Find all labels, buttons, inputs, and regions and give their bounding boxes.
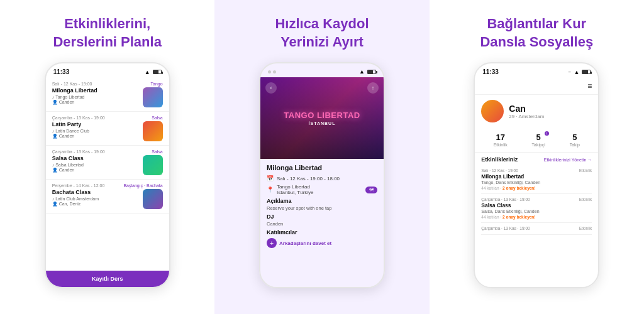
location-row: 📍 Tango Libertad İstanbul, Türkiye 🗺 (267, 184, 377, 195)
activity2-meta: Çarşamba · 13 Kas · 19:00 Etkinlik (481, 197, 592, 202)
avatar (481, 100, 504, 122)
phone2-status-icons: ▲ (359, 68, 376, 75)
phone2-dots (268, 70, 276, 73)
wifi-icon-2: ▲ (359, 68, 365, 75)
user-icon2: 👤 (52, 134, 58, 139)
phone3-status-icons: ··· ▲ (568, 69, 591, 75)
profile-header: ≡ (475, 78, 598, 95)
music-icon2: ♪ (52, 129, 55, 133)
phone-2: ▲ TANGO LIBERTAD İSTANBUL ‹ ↑ Milonga Li… (259, 62, 385, 288)
notification-badge: 1 (545, 131, 549, 136)
aciklama-label: Açıklama (267, 198, 377, 204)
event3-meta: Çarşamba - 13 Kas - 19:00 Salsa (52, 149, 163, 154)
stat-etkinlik: 17 Etkinlik (494, 133, 508, 147)
event-details: Milonga Libertad 📅 Salı - 12 Kas - 19:00… (260, 159, 384, 287)
stat-takip: 5 Takip (570, 133, 580, 147)
event-hero: TANGO LIBERTAD İSTANBUL ‹ ↑ (260, 77, 384, 159)
activities-section: Etkinlikleriniz Etkinliklerinizi Yönetin… (475, 153, 598, 287)
activity-item-1[interactable]: Salı · 12 Kas · 19:00 Etkinlik Milonga L… (481, 165, 592, 194)
event-details-title: Milonga Libertad (267, 164, 377, 171)
menu-icon[interactable]: ≡ (587, 82, 592, 90)
activity1-meta: Salı · 12 Kas · 19:00 Etkinlik (481, 168, 592, 173)
map-button[interactable]: 🗺 (365, 187, 377, 193)
register-title: Hızlıca Kaydol Yerinizi Ayırt (275, 15, 369, 51)
activities-header: Etkinlikleriniz Etkinliklerinizi Yönetin… (481, 156, 592, 163)
phone1-time: 11:33 (53, 68, 70, 75)
music-icon4: ♪ (52, 197, 55, 201)
phone3-time: 11:33 (482, 68, 499, 75)
event4-img (143, 189, 163, 209)
plan-section: Etkinliklerini, Derslerini Planla 11:33 … (0, 0, 214, 314)
profile-name: Can (509, 104, 544, 114)
hero-title: TANGO LIBERTAD (284, 111, 360, 121)
battery-icon (153, 70, 162, 74)
invite-label: Arkadaşlarını davet et (279, 241, 331, 246)
activities-title: Etkinlikleriniz (481, 156, 518, 163)
user-icon3: 👤 (52, 168, 58, 173)
phone1-topbar: 11:33 ▲ (46, 63, 169, 78)
phone1-status-icons: ▲ (145, 69, 162, 75)
manage-activities-link[interactable]: Etkinliklerinizi Yönetin → (544, 158, 592, 162)
phone3-topbar: 11:33 ··· ▲ (475, 63, 598, 78)
profile-sub: 29 · Amsterdam (509, 114, 544, 119)
battery-icon-3 (582, 70, 591, 74)
connect-section: Bağlantılar Kur Dansla Sosyalleş 11:33 ·… (430, 0, 644, 314)
event1-img (143, 87, 163, 107)
event-item-4[interactable]: Perşembe - 14 Kas - 12:00 Başlangıç · Ba… (46, 180, 169, 214)
date-row: 📅 Salı - 12 Kas - 19:00 - 18:00 (267, 175, 377, 181)
event4-meta: Perşembe - 14 Kas - 12:00 Başlangıç · Ba… (52, 183, 163, 188)
katilimcilar-label: Katılımcılar (267, 229, 377, 236)
user-icon4: 👤 (52, 202, 58, 207)
hero-sub: İSTANBUL (309, 121, 336, 126)
stat-takipci: 5 Takipçi 1 (532, 133, 545, 147)
profile-stats: 17 Etkinlik 5 Takipçi 1 5 Takip (475, 127, 598, 153)
connect-title: Bağlantılar Kur Dansla Sosyalleş (480, 15, 593, 51)
event2-meta: Çarşamba - 13 Kas - 19:00 Salsa (52, 116, 163, 120)
wifi-icon: ▲ (145, 69, 150, 75)
user-icon: 👤 (52, 100, 58, 105)
kayitli-ders-button[interactable]: Kayıtlı Ders (46, 271, 169, 287)
plan-title: Etkinliklerini, Derslerini Planla (53, 15, 161, 51)
wifi-icon-3: ▲ (574, 69, 579, 75)
signal-dots: ··· (568, 70, 572, 74)
event1-meta: Salı - 12 Kas - 19:00 Tango (52, 82, 163, 86)
music-icon: ♪ (52, 95, 55, 99)
activity-item-3[interactable]: Çarşamba · 13 Kas · 19:00 Etkinlik (481, 223, 592, 235)
invite-plus-icon: + (267, 238, 277, 248)
register-section: Hızlıca Kaydol Yerinizi Ayırt ▲ TANGO LI… (214, 0, 429, 314)
battery-icon-2 (367, 70, 376, 74)
event-item-3[interactable]: Çarşamba - 13 Kas - 19:00 Salsa Salsa Cl… (46, 146, 169, 180)
dj-label: DJ (267, 214, 377, 220)
calendar-icon: 📅 (267, 175, 274, 181)
event-item-1[interactable]: Salı - 12 Kas - 19:00 Tango Milonga Libe… (46, 78, 169, 112)
phone-3: 11:33 ··· ▲ ≡ Can 29 · Amsterdam 17 Etki… (474, 62, 599, 288)
phone1-content: Salı - 12 Kas - 19:00 Tango Milonga Libe… (46, 78, 169, 271)
invite-button[interactable]: + Arkadaşlarını davet et (267, 238, 377, 248)
event-item-2[interactable]: Çarşamba - 13 Kas - 19:00 Salsa Latin Pa… (46, 112, 169, 146)
profile-info: Can 29 · Amsterdam (475, 95, 598, 127)
location-icon: 📍 (267, 187, 274, 193)
event2-img (143, 121, 163, 141)
phone-1: 11:33 ▲ Salı - 12 Kas - 19:00 Tango Milo… (45, 62, 170, 288)
hero-overlay: TANGO LIBERTAD İSTANBUL (260, 77, 384, 159)
event3-img (143, 155, 163, 175)
event-desc: Reserve your spot with one tap (267, 205, 377, 211)
music-icon3: ♪ (52, 163, 55, 167)
dj-name: Canden (267, 221, 377, 227)
phone2-topbar: ▲ (260, 63, 384, 77)
activity3-meta: Çarşamba · 13 Kas · 19:00 Etkinlik (481, 226, 592, 230)
activity-item-2[interactable]: Çarşamba · 13 Kas · 19:00 Etkinlik Salsa… (481, 194, 592, 223)
